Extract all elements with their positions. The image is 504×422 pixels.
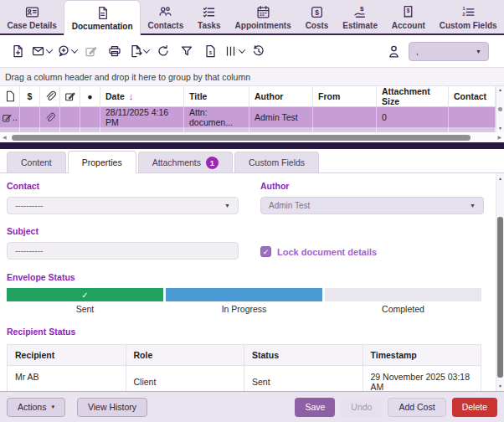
scroll-up-icon[interactable]: ▲	[496, 176, 504, 181]
tab-label: Appointments	[235, 21, 291, 30]
scroll-right-icon[interactable]: ▶	[497, 135, 501, 140]
actions-button[interactable]: Actions ▾	[7, 398, 65, 417]
grid-row-selected[interactable]: .. 28/11/2025 4:16 PM Attn: documen... A…	[0, 107, 496, 127]
header-role: Role	[126, 345, 244, 366]
scroll-down-icon[interactable]: ▼	[498, 126, 502, 131]
cell-contact	[449, 107, 496, 127]
col-document-header[interactable]	[0, 86, 20, 107]
svg-text:$: $	[315, 8, 319, 17]
edit-button[interactable]	[80, 40, 102, 63]
contact-label: Contact	[7, 181, 239, 191]
tab-estimate[interactable]: $ Estimate	[336, 0, 385, 35]
tab-contacts[interactable]: Contacts	[141, 0, 191, 35]
sms-button[interactable]	[55, 40, 79, 63]
scroll-thumb[interactable]	[498, 107, 502, 111]
export-icon	[129, 44, 142, 58]
scroll-down-icon[interactable]: ▼	[496, 383, 504, 389]
columns-button[interactable]	[223, 40, 246, 63]
delete-button[interactable]: Delete	[452, 398, 497, 417]
grid-horizontal-scrollbar[interactable]: ◀ ▶	[0, 132, 504, 142]
table-header-row: Recipient Role Status Timestamp	[8, 345, 481, 366]
scroll-thumb[interactable]	[497, 217, 503, 378]
tab-documentation[interactable]: Documentation	[64, 0, 141, 35]
col-attachment-size-header[interactable]: Attachment Size	[377, 86, 449, 107]
hand-dollar-icon: $	[353, 5, 368, 19]
tab-custom-fields[interactable]: 12 Custom Fields	[432, 0, 504, 35]
grid-vertical-scrollbar[interactable]: ▲ ▼	[496, 86, 504, 132]
dropdown-arrow-icon: ▼	[476, 49, 481, 54]
column-label: Title	[189, 91, 207, 101]
col-edit-header[interactable]	[60, 86, 80, 107]
tab-attachments[interactable]: Attachments 1	[138, 152, 233, 172]
id-card-icon	[25, 5, 39, 19]
new-document-icon	[11, 44, 24, 58]
col-author-header[interactable]: Author	[249, 86, 313, 107]
tab-label: Contacts	[147, 21, 183, 30]
col-attachment-header[interactable]	[40, 86, 60, 107]
recipient-status-label: Recipient Status	[7, 327, 484, 337]
filter-button[interactable]	[176, 40, 198, 63]
tab-label: Content	[21, 157, 52, 167]
group-by-bar[interactable]: Drag a column header and drop it here to…	[0, 67, 504, 86]
refresh-button[interactable]	[152, 40, 174, 63]
undo-button[interactable]: Undo	[341, 398, 382, 417]
envelope-status-label: Envelope Status	[7, 272, 484, 282]
email-button[interactable]	[30, 40, 54, 63]
tab-properties[interactable]: Properties	[68, 151, 136, 173]
scroll-up-icon[interactable]: ▲	[498, 88, 502, 92]
new-document-button[interactable]	[7, 40, 28, 63]
author-dropdown[interactable]: Admin Test ▼	[260, 197, 484, 214]
contact-dropdown[interactable]: ---------- ▼	[7, 197, 239, 214]
history-button[interactable]	[248, 40, 270, 63]
col-from-header[interactable]: From	[313, 86, 377, 107]
author-value: Admin Test	[269, 201, 310, 210]
truncation-suffix: ..	[13, 112, 18, 122]
paperclip-icon	[44, 112, 55, 123]
button-label: Delete	[462, 402, 487, 412]
toolbar-right-group: , ▼	[387, 42, 497, 61]
user-select-dropdown[interactable]: , ▼	[409, 42, 489, 61]
subject-input[interactable]: ----------	[7, 242, 239, 260]
tab-label: Custom Fields	[249, 157, 305, 167]
col-contact-header[interactable]: Contact	[449, 86, 496, 107]
printer-icon	[108, 44, 121, 58]
view-history-button[interactable]: View History	[77, 398, 147, 417]
print-button[interactable]	[104, 40, 126, 63]
scroll-thumb[interactable]	[12, 135, 471, 141]
export-button[interactable]	[127, 40, 151, 63]
tab-label: Attachments	[152, 157, 201, 167]
filter-icon	[180, 44, 193, 58]
panel-vertical-scrollbar[interactable]: ▲ ▼	[496, 173, 504, 391]
cell-cost	[20, 107, 40, 127]
lock-checkbox[interactable]: ✓	[260, 246, 271, 257]
tab-appointments[interactable]: Appointments	[228, 0, 298, 35]
group-by-hint: Drag a column header and drop it here to…	[5, 72, 250, 82]
cell-from	[313, 107, 377, 127]
lock-label: Lock document details	[277, 247, 377, 257]
tab-label: Estimate	[342, 21, 378, 30]
recipient-status-table: Recipient Role Status Timestamp Mr AB Cl…	[7, 344, 481, 398]
calendar-icon	[256, 5, 270, 19]
tab-costs[interactable]: $ Costs	[298, 0, 336, 35]
splitter-bar[interactable]	[0, 142, 504, 149]
scroll-left-icon[interactable]: ◀	[3, 135, 7, 140]
statement-button[interactable]: $	[199, 40, 221, 63]
save-button[interactable]: Save	[295, 398, 335, 417]
tab-label: Custom Fields	[440, 21, 497, 30]
add-cost-button[interactable]: Add Cost	[388, 398, 445, 417]
tab-account[interactable]: $ Account	[384, 0, 432, 35]
svg-text:$: $	[360, 5, 364, 13]
col-cost-header[interactable]: $	[20, 86, 40, 107]
col-title-header[interactable]: Title	[184, 86, 249, 107]
tab-custom-fields[interactable]: Custom Fields	[234, 152, 319, 172]
tab-content[interactable]: Content	[7, 152, 66, 172]
stage-completed	[325, 288, 481, 301]
tab-tasks[interactable]: Tasks	[191, 0, 228, 35]
message-bubble-icon	[57, 44, 70, 58]
tab-case-details[interactable]: Case Details	[0, 0, 64, 35]
header-recipient: Recipient	[8, 345, 126, 366]
col-date-header[interactable]: Date↓	[100, 86, 184, 107]
col-status-header[interactable]: ●	[80, 86, 100, 107]
envelope-status-bar: ✓	[7, 288, 481, 301]
document-icon	[95, 6, 110, 20]
